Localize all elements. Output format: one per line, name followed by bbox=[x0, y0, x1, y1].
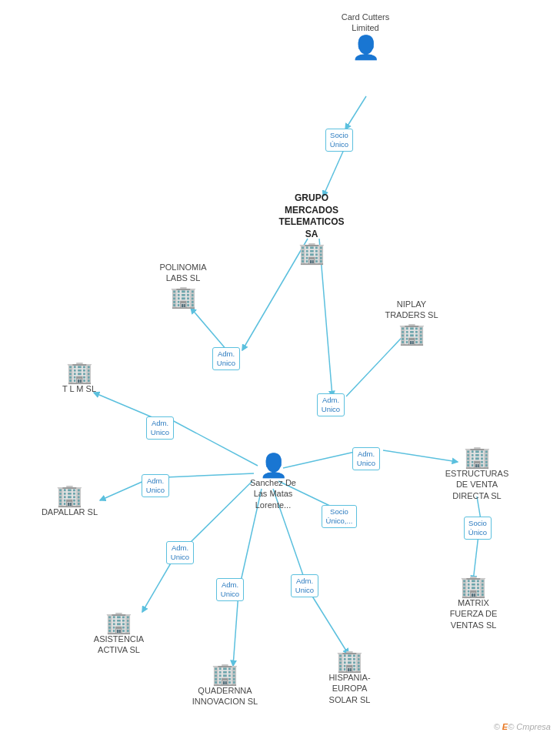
badge-adm-asistencia[interactable]: Adm.Unico bbox=[162, 539, 198, 567]
badge-socio-hispania[interactable]: SocioÚnico,... bbox=[319, 503, 359, 530]
sanchez-icon: 👤 bbox=[259, 454, 288, 477]
badge-socio-unico-top[interactable]: SocioÚnico bbox=[320, 125, 358, 155]
node-niplay[interactable]: NIPLAYTRADERS SL 🏢 bbox=[381, 299, 442, 345]
node-grupo-mercados[interactable]: GRUPOMERCADOSTELEMATICOS SA 🏢 bbox=[273, 192, 350, 264]
svg-line-0 bbox=[345, 96, 366, 129]
badge-adm-niplay[interactable]: Adm.Unico bbox=[312, 391, 349, 419]
badge-label-socio-unico-top: SocioÚnico bbox=[325, 129, 353, 152]
node-dapallar[interactable]: 🏢 DAPALLAR SL bbox=[37, 485, 102, 520]
badge-label-adm-asistencia: Adm.Unico bbox=[166, 541, 194, 565]
node-polinomia[interactable]: POLINOMIALABS SL 🏢 bbox=[152, 262, 214, 308]
matrix-label: MATRIXFUERZA DEVENTAS SL bbox=[450, 597, 498, 630]
badge-label-adm-hispania: Adm.Unico bbox=[291, 574, 318, 598]
svg-line-3 bbox=[191, 308, 227, 350]
badge-adm-quadernna[interactable]: Adm.Unico bbox=[212, 576, 248, 604]
matrix-icon: 🏢 bbox=[460, 576, 487, 597]
node-tlm[interactable]: 🏢 T L M SL bbox=[52, 362, 106, 396]
quadernna-icon: 🏢 bbox=[212, 664, 238, 685]
niplay-label: NIPLAYTRADERS SL bbox=[385, 299, 438, 321]
tlm-label: T L M SL bbox=[62, 383, 96, 394]
badge-label-adm-quadernna: Adm.Unico bbox=[216, 578, 244, 602]
badge-adm-hispania[interactable]: Adm.Unico bbox=[286, 572, 323, 600]
badge-adm-tlm[interactable]: Adm.Unico bbox=[142, 414, 178, 442]
svg-line-13 bbox=[233, 593, 238, 666]
card-cutters-icon: 👤 bbox=[352, 36, 380, 59]
badge-label-adm-estructuras: Adm.Unico bbox=[352, 447, 380, 471]
estructuras-label: ESTRUCTURASDE VENTADIRECTA SL bbox=[445, 468, 509, 501]
watermark: © E© Cmpresa bbox=[494, 722, 551, 731]
grupo-mercados-icon: 🏢 bbox=[298, 242, 325, 264]
node-sanchez[interactable]: 👤 Sanchez DeLas MatasLorente... bbox=[238, 454, 308, 513]
tlm-icon: 🏢 bbox=[66, 362, 93, 383]
estructuras-icon: 🏢 bbox=[464, 446, 491, 468]
org-chart: Card Cutters Limited 👤 SocioÚnico GRUPOM… bbox=[0, 0, 560, 739]
polinomia-icon: 🏢 bbox=[170, 286, 197, 308]
dapallar-icon: 🏢 bbox=[56, 485, 83, 507]
badge-label-adm-dapallar: Adm.Unico bbox=[142, 474, 169, 498]
node-quadernna[interactable]: 🏢 QUADERNNAINNOVACION SL bbox=[188, 664, 262, 710]
hispania-icon: 🏢 bbox=[336, 650, 363, 672]
asistencia-icon: 🏢 bbox=[105, 612, 132, 634]
badge-label-adm-polinomia: Adm.Unico bbox=[212, 347, 240, 371]
hispania-label: HISPANIA-EUROPASOLAR SL bbox=[328, 672, 370, 705]
grupo-mercados-label: GRUPOMERCADOSTELEMATICOS SA bbox=[273, 192, 350, 240]
badge-label-adm-tlm: Adm.Unico bbox=[146, 416, 174, 440]
card-cutters-label: Card Cutters Limited bbox=[335, 12, 396, 34]
polinomia-label: POLINOMIALABS SL bbox=[159, 262, 206, 284]
badge-label-adm-niplay: Adm.Unico bbox=[317, 393, 345, 417]
node-estructuras[interactable]: 🏢 ESTRUCTURASDE VENTADIRECTA SL bbox=[438, 446, 515, 503]
node-card-cutters[interactable]: Card Cutters Limited 👤 bbox=[335, 12, 396, 59]
quadernna-label: QUADERNNAINNOVACION SL bbox=[192, 685, 258, 707]
dapallar-label: DAPALLAR SL bbox=[42, 507, 98, 517]
badge-label-socio-hispania: SocioÚnico,... bbox=[322, 505, 358, 529]
badge-adm-estructuras[interactable]: Adm.Unico bbox=[348, 445, 385, 473]
asistencia-label: ASISTENCIAACTIVA SL bbox=[94, 634, 144, 656]
badge-adm-dapallar[interactable]: Adm.Unico bbox=[137, 472, 174, 500]
sanchez-label: Sanchez DeLas MatasLorente... bbox=[250, 477, 296, 510]
node-hispania[interactable]: 🏢 HISPANIA-EUROPASOLAR SL bbox=[317, 650, 382, 707]
badge-adm-polinomia[interactable]: Adm.Unico bbox=[208, 345, 245, 373]
badge-label-socio-matrix: SocioÚnico bbox=[464, 517, 492, 540]
badge-socio-matrix[interactable]: SocioÚnico bbox=[459, 514, 496, 542]
node-asistencia[interactable]: 🏢 ASISTENCIAACTIVA SL bbox=[86, 612, 152, 658]
node-matrix[interactable]: 🏢 MATRIXFUERZA DEVENTAS SL bbox=[437, 576, 510, 633]
niplay-icon: 🏢 bbox=[398, 323, 425, 345]
